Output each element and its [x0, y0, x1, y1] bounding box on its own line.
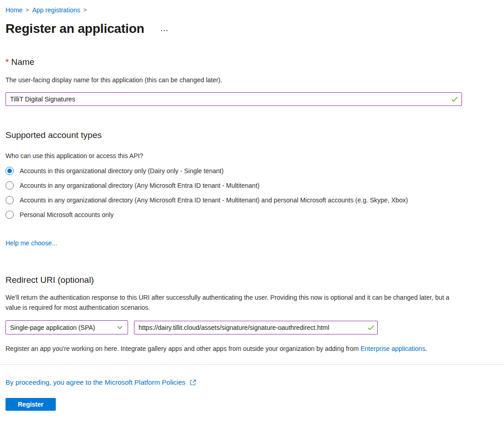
platform-select-dropdown[interactable]: Single-page application (SPA): [5, 320, 128, 334]
redirect-uri-heading: Redirect URI (optional): [5, 275, 499, 286]
name-label: Name: [11, 57, 34, 67]
radio-button-icon[interactable]: [5, 167, 14, 175]
register-button[interactable]: Register: [5, 398, 56, 411]
radio-option-multitenant-personal[interactable]: Accounts in any organizational directory…: [5, 196, 499, 205]
policy-row: By proceeding, you agree to the Microsof…: [5, 378, 499, 386]
page-title: Register an application: [5, 21, 144, 37]
account-types-question: Who can use this application or access t…: [5, 151, 499, 160]
enterprise-applications-link[interactable]: Enterprise applications: [360, 345, 425, 352]
redirect-uri-field-wrap: [134, 321, 378, 334]
context-menu-ellipsis-icon[interactable]: ...: [159, 25, 171, 32]
title-row: Register an application ...: [5, 21, 499, 37]
breadcrumb-separator: >: [83, 5, 86, 15]
radio-option-personal-only[interactable]: Personal Microsoft accounts only: [5, 210, 499, 220]
chevron-down-icon: [117, 324, 123, 331]
radio-option-label: Accounts in any organizational directory…: [20, 196, 408, 205]
breadcrumb-home[interactable]: Home: [5, 5, 22, 15]
radio-option-label: Accounts in any organizational directory…: [20, 181, 259, 191]
register-application-page: Home > App registrations > Register an a…: [0, 0, 504, 411]
platform-select-value: Single-page application (SPA): [10, 324, 95, 331]
radio-option-label: Personal Microsoft accounts only: [20, 210, 113, 220]
radio-button-icon[interactable]: [5, 181, 14, 190]
radio-option-label: Accounts in this organizational director…: [20, 166, 224, 176]
external-link-icon: [189, 379, 197, 386]
platform-policies-link[interactable]: By proceeding, you agree to the Microsof…: [5, 378, 186, 386]
register-note-text: Register an app you're working on here. …: [5, 345, 360, 352]
help-me-choose-link[interactable]: Help me choose...: [5, 239, 57, 247]
redirect-uri-section: Redirect URI (optional) We'll return the…: [5, 275, 499, 353]
breadcrumb: Home > App registrations >: [5, 5, 499, 15]
breadcrumb-separator: >: [26, 5, 29, 15]
account-types-heading: Supported account types: [5, 130, 499, 141]
register-note-period: .: [425, 345, 427, 352]
radio-button-icon[interactable]: [5, 196, 14, 204]
radio-option-multitenant[interactable]: Accounts in any organizational directory…: [5, 181, 499, 191]
name-section: *Name The user-facing display name for t…: [5, 57, 499, 106]
register-note: Register an app you're working on here. …: [5, 344, 499, 353]
name-input[interactable]: [5, 92, 462, 106]
radio-option-single-tenant[interactable]: Accounts in this organizational director…: [5, 166, 499, 176]
required-asterisk: *: [5, 57, 9, 67]
redirect-uri-description: We'll return the authentication response…: [5, 292, 458, 313]
name-field-wrap: [5, 92, 462, 106]
redirect-uri-controls: Single-page application (SPA): [5, 320, 499, 334]
valid-checkmark-icon: [451, 95, 458, 103]
section-divider: [0, 364, 504, 365]
account-types-radio-group: Accounts in this organizational director…: [5, 166, 499, 220]
name-description: The user-facing display name for this ap…: [5, 75, 499, 85]
radio-button-icon[interactable]: [5, 211, 14, 219]
valid-checkmark-icon: [367, 324, 375, 331]
redirect-uri-input[interactable]: [134, 321, 378, 334]
name-section-heading: *Name: [5, 57, 499, 68]
breadcrumb-app-registrations[interactable]: App registrations: [32, 5, 80, 15]
account-types-section: Supported account types Who can use this…: [5, 130, 499, 247]
